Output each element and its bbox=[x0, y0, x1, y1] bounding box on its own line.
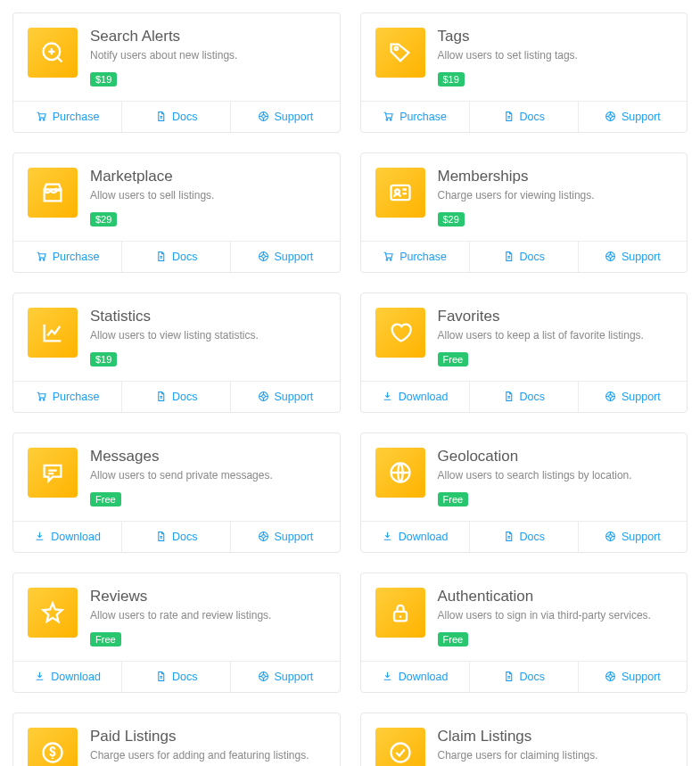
action-label: Support bbox=[275, 671, 314, 683]
action-label: Support bbox=[275, 111, 314, 123]
price-badge: Free bbox=[90, 492, 121, 507]
extension-card: Authentication Allow users to sign in vi… bbox=[360, 572, 688, 693]
purchase-link[interactable]: Purchase bbox=[13, 382, 121, 412]
docs-link[interactable]: Docs bbox=[469, 242, 578, 272]
support-link[interactable]: Support bbox=[578, 382, 687, 412]
file-icon bbox=[155, 111, 167, 122]
download-link[interactable]: Download bbox=[361, 382, 469, 412]
cart-icon bbox=[36, 251, 47, 262]
card-title: Geolocation bbox=[438, 448, 673, 465]
download-link[interactable]: Download bbox=[361, 522, 469, 552]
message-icon bbox=[28, 448, 78, 498]
action-label: Docs bbox=[520, 531, 545, 543]
support-icon bbox=[258, 111, 269, 122]
docs-link[interactable]: Docs bbox=[121, 102, 230, 132]
card-description: Allow users to sell listings. bbox=[90, 189, 325, 203]
file-icon bbox=[155, 671, 167, 682]
card-description: Allow users to send private messages. bbox=[90, 469, 325, 483]
support-link[interactable]: Support bbox=[230, 662, 339, 692]
extension-card: Memberships Charge users for viewing lis… bbox=[360, 152, 688, 273]
docs-link[interactable]: Docs bbox=[121, 662, 230, 692]
card-description: Charge users for adding and featuring li… bbox=[90, 749, 325, 763]
support-link[interactable]: Support bbox=[230, 102, 339, 132]
dollar-icon bbox=[28, 728, 78, 766]
docs-link[interactable]: Docs bbox=[469, 522, 578, 552]
support-link[interactable]: Support bbox=[578, 522, 687, 552]
card-title: Claim Listings bbox=[438, 728, 673, 745]
id-card-icon bbox=[375, 168, 425, 218]
cart-icon bbox=[36, 391, 47, 402]
purchase-link[interactable]: Purchase bbox=[361, 102, 469, 132]
card-description: Allow users to search listings by locati… bbox=[438, 469, 673, 483]
store-icon bbox=[28, 168, 78, 218]
action-label: Purchase bbox=[53, 391, 100, 403]
card-title: Paid Listings bbox=[90, 728, 325, 745]
action-label: Support bbox=[622, 111, 661, 123]
card-title: Marketplace bbox=[90, 168, 325, 185]
price-badge: $19 bbox=[90, 352, 117, 367]
action-label: Docs bbox=[172, 671, 197, 683]
extension-card: Search Alerts Notify users about new lis… bbox=[12, 12, 341, 133]
price-badge: $29 bbox=[90, 212, 117, 227]
action-label: Docs bbox=[520, 251, 545, 263]
globe-icon bbox=[375, 448, 425, 498]
lock-icon bbox=[375, 588, 425, 638]
extension-card: Paid Listings Charge users for adding an… bbox=[12, 712, 341, 766]
action-label: Support bbox=[275, 251, 314, 263]
support-icon bbox=[258, 251, 269, 262]
heart-icon bbox=[375, 308, 425, 358]
file-icon bbox=[503, 391, 515, 402]
action-label: Download bbox=[51, 531, 101, 543]
support-link[interactable]: Support bbox=[230, 522, 339, 552]
card-description: Allow users to view listing statistics. bbox=[90, 329, 325, 343]
purchase-link[interactable]: Purchase bbox=[13, 242, 121, 272]
support-link[interactable]: Support bbox=[578, 242, 687, 272]
card-title: Authentication bbox=[438, 588, 673, 605]
card-description: Allow users to keep a list of favorite l… bbox=[438, 329, 673, 343]
support-link[interactable]: Support bbox=[578, 102, 687, 132]
support-icon bbox=[258, 531, 269, 542]
docs-link[interactable]: Docs bbox=[121, 382, 230, 412]
docs-link[interactable]: Docs bbox=[469, 382, 578, 412]
card-title: Statistics bbox=[90, 308, 325, 325]
price-badge: Free bbox=[438, 352, 469, 367]
support-icon bbox=[605, 251, 616, 262]
support-link[interactable]: Support bbox=[578, 662, 687, 692]
card-description: Allow users to rate and review listings. bbox=[90, 609, 325, 623]
action-label: Support bbox=[622, 391, 661, 403]
card-description: Charge users for viewing listings. bbox=[438, 189, 673, 203]
purchase-link[interactable]: Purchase bbox=[361, 242, 469, 272]
card-title: Messages bbox=[90, 448, 325, 465]
support-link[interactable]: Support bbox=[230, 242, 339, 272]
download-icon bbox=[34, 671, 45, 682]
support-link[interactable]: Support bbox=[230, 382, 339, 412]
action-label: Docs bbox=[172, 251, 197, 263]
file-icon bbox=[155, 251, 167, 262]
download-link[interactable]: Download bbox=[361, 662, 469, 692]
extension-card: Favorites Allow users to keep a list of … bbox=[360, 292, 688, 413]
price-badge: $19 bbox=[90, 72, 117, 86]
action-label: Purchase bbox=[399, 251, 447, 263]
file-icon bbox=[155, 391, 167, 402]
extension-card: Geolocation Allow users to search listin… bbox=[360, 432, 688, 553]
download-icon bbox=[382, 531, 393, 542]
price-badge: Free bbox=[438, 632, 469, 647]
purchase-link[interactable]: Purchase bbox=[13, 102, 121, 132]
action-label: Docs bbox=[520, 111, 545, 123]
action-label: Purchase bbox=[53, 251, 100, 263]
price-badge: Free bbox=[90, 632, 121, 647]
docs-link[interactable]: Docs bbox=[121, 242, 230, 272]
docs-link[interactable]: Docs bbox=[121, 522, 230, 552]
file-icon bbox=[503, 251, 515, 262]
file-icon bbox=[503, 111, 515, 122]
download-link[interactable]: Download bbox=[13, 522, 121, 552]
docs-link[interactable]: Docs bbox=[469, 102, 578, 132]
action-label: Support bbox=[622, 671, 661, 683]
cart-icon bbox=[383, 251, 394, 262]
action-label: Support bbox=[622, 531, 661, 543]
card-description: Charge users for claiming listings. bbox=[438, 749, 673, 763]
download-icon bbox=[382, 671, 393, 682]
docs-link[interactable]: Docs bbox=[469, 662, 578, 692]
download-link[interactable]: Download bbox=[13, 662, 121, 692]
card-description: Notify users about new listings. bbox=[90, 49, 325, 63]
